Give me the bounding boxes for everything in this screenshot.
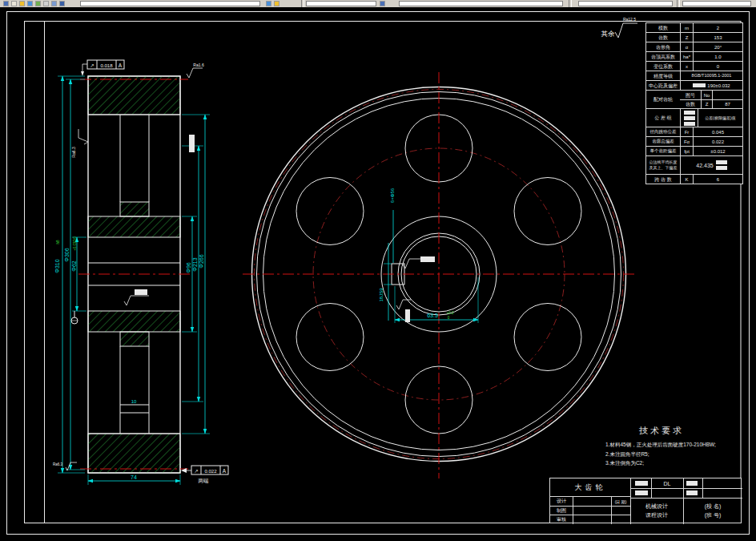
redaction-box [635, 491, 648, 495]
dim-tip-diameter: Φ310 [54, 259, 60, 273]
table-row: 跨 齿 数 K 6 [646, 174, 742, 184]
dim-keyway-width: 18JS9 [379, 288, 384, 302]
app-toolbar [0, 0, 756, 7]
redaction-box [716, 160, 727, 164]
redaction-box [405, 309, 410, 322]
toolbar-icon-new[interactable] [3, 1, 9, 6]
redaction-box [420, 256, 435, 262]
lightening-hole [514, 178, 581, 245]
color-combo[interactable] [399, 1, 563, 6]
designer-label: 设计 [551, 497, 572, 506]
rim-hatch-top [88, 76, 180, 115]
toolbar-separator [569, 0, 572, 7]
gear-front-view [243, 72, 637, 478]
tol2-datum: A [223, 468, 227, 474]
tol1-datum: A [119, 63, 123, 68]
toolbar-icon-plot[interactable] [35, 1, 41, 6]
toolbar-icon-pan[interactable] [59, 1, 65, 6]
linetype-combo[interactable] [578, 1, 673, 6]
redaction-box [189, 135, 195, 152]
redaction-box [684, 122, 695, 126]
dim-rib: 10 [131, 399, 137, 404]
toolbar-icon-save[interactable] [19, 1, 25, 6]
table-row: 齿形角 α 20° [646, 42, 742, 51]
section-dimensions: Φ310 h8 Φ306 Φ62 +0.030/0 Φ96 Φ213 Φ266 … [54, 76, 210, 485]
tech-req-item: 3.未注倒角为C2; [605, 458, 746, 468]
table-row: 中心距及偏差 190±0.032 [646, 80, 742, 90]
table-row: 模数 m 2 [646, 23, 742, 32]
redaction-box [635, 481, 648, 486]
class-placeholder: (班 号) [705, 511, 722, 519]
redaction-box [135, 289, 147, 295]
geo-tolerance-bottom: ↗ 0.022 A 两端 [181, 466, 228, 483]
table-row: 单个齿距偏差 fpt ±0.012 [646, 146, 742, 155]
table-row: 齿廓总偏差 Fα 0.022 [646, 136, 742, 146]
dim-bore-diameter: Φ62 [71, 260, 77, 271]
dim-rim-diameter: Φ266 [199, 254, 204, 268]
base-tangent-value: 42.435 [696, 163, 713, 168]
drawing-code: DL [651, 478, 683, 488]
keyway-tol-upper: +0.2 [447, 311, 454, 315]
redaction-box [716, 166, 727, 170]
table-row: 精度等级 8GB/T10095.1-2001 [646, 71, 742, 80]
table-row-base-tangent: 公法线平均长度 及其上、下偏差 42.435 [646, 155, 742, 174]
part-name: 大齿轮 [550, 478, 630, 496]
datum-symbol [71, 311, 78, 324]
redaction-box [686, 481, 698, 486]
dim-tip-tolerance: h8 [56, 240, 60, 244]
gear-parameter-table: 模数 m 2 齿数 Z 153 齿形角 α 20° 齿顶高系数 ha* 1.0 … [645, 22, 743, 184]
redaction-box [686, 491, 698, 495]
tol1-symbol: ↗ [90, 63, 94, 68]
table-row: 径向跳动公差 Fr 0.045 [646, 127, 742, 136]
tech-req-item: 2.未注圆角半径R5; [605, 450, 746, 459]
ra-left-label: Ra6.3 [71, 147, 76, 158]
tol2-note: 两端 [199, 478, 210, 483]
rim-hatch-bottom [88, 434, 180, 473]
toolbar-icon-redo[interactable] [51, 1, 57, 6]
redaction-box [684, 111, 695, 115]
toolbar-icon-layer[interactable] [266, 1, 271, 6]
dim-keyway-depth: 63.5 [427, 313, 438, 318]
date-label: (日 期) [612, 497, 629, 506]
tol2-symbol: ↗ [194, 468, 198, 474]
technical-requirements: 技术要求 1.材料45钢，正火处理后齿面硬度170-210HBW; 2.未注圆角… [605, 425, 746, 468]
lightening-hole [296, 304, 364, 371]
layer-combo[interactable] [306, 1, 376, 6]
course-name-line1: 机械设计 [645, 502, 668, 511]
table-row: 齿数 Z 153 [646, 32, 742, 42]
toolbar-icon-print[interactable] [27, 1, 33, 6]
course-name-line2: 课程设计 [645, 511, 668, 519]
dim-bolt-circle: Φ213 [192, 257, 198, 271]
checker-label: 审核 [551, 515, 572, 523]
dim-hub-diameter: Φ96 [186, 262, 191, 273]
toolbar-icon-props[interactable] [380, 1, 385, 6]
dim-bore-tolerance: +0.030/0 [73, 236, 77, 251]
dim-face-width: 74 [131, 474, 137, 480]
hub-hatch-bottom [88, 311, 180, 332]
drafter-label: 制图 [551, 507, 572, 515]
title-block: 大齿轮 设计 (日 期) 制图 审核 DL 机械设计 课程设计 (校 名) (班… [549, 478, 742, 523]
surface-note-value: Ra12.5 [623, 17, 636, 22]
hub-hatch-top [88, 216, 180, 237]
redaction-box [693, 83, 706, 87]
school-placeholder: (校 名) [705, 502, 722, 511]
toolbar-field[interactable] [80, 1, 260, 6]
tech-req-title: 技术要求 [639, 425, 746, 437]
toolbar-icon-undo[interactable] [43, 1, 49, 6]
ra-bottom-label: Ra6.3 [53, 462, 63, 466]
keyway-tol-lower: 0 [448, 316, 450, 320]
toolbar-icon-open[interactable] [11, 1, 17, 6]
table-row: 变位系数 x 0 [646, 61, 742, 71]
tol1-value: 0.018 [100, 63, 113, 68]
surface-note-prefix: 其余 [601, 30, 616, 38]
redaction-box [684, 116, 695, 120]
table-row-tolerance-group: 公 差 组 公差(极限偏差)值 [646, 108, 742, 127]
toolbar-separator [677, 0, 680, 7]
toolbar-icon-color[interactable] [274, 1, 279, 6]
dim-pitch-diameter: Φ306 [64, 248, 70, 261]
table-row-mating-gear: 配对齿轮 图号 No 齿数 Z 87 [646, 90, 742, 108]
table-row: 齿顶高系数 ha* 1.0 [646, 51, 742, 61]
web-hatch-bottom [120, 332, 149, 346]
ra-top-label: Ra1.6 [193, 63, 204, 67]
lineweight-combo[interactable] [682, 1, 751, 6]
